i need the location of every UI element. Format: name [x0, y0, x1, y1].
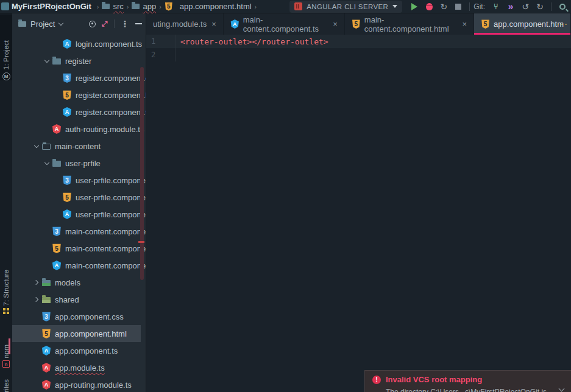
project-panel-header: Project ⤡ ⋮	[12, 13, 146, 34]
git-branch-icon: ⑂	[494, 2, 498, 11]
stripe-button-structure[interactable]: 7: Structure	[0, 252, 12, 315]
git-push-button[interactable]: »	[503, 1, 518, 12]
collapse-all-icon[interactable]: ⤡	[101, 21, 109, 27]
project-view-selector[interactable]: Project	[30, 19, 55, 29]
git-branches-button[interactable]: ⑂	[489, 1, 503, 12]
search-icon	[559, 4, 566, 10]
tree-item[interactable]: 5 main-content.component.html	[12, 240, 141, 257]
stripe-button-npm[interactable]: npm n	[0, 338, 12, 368]
vcs-rollback-icon: ↺	[522, 2, 529, 11]
tree-twisty-icon[interactable]	[31, 298, 41, 301]
rerun-button[interactable]: ↻	[436, 1, 451, 12]
editor-tab[interactable]: uting.module.ts ×	[146, 13, 224, 35]
folder-icon	[52, 158, 62, 168]
tree-item[interactable]: 3 register.component.css	[12, 69, 141, 86]
tree-item[interactable]: shared	[12, 291, 141, 308]
error-stripe-mark	[138, 241, 144, 243]
tree-twisty-icon[interactable]	[41, 60, 52, 62]
tree-item[interactable]: A app.component.ts	[12, 342, 141, 359]
stop-button[interactable]	[451, 1, 466, 12]
tree-item[interactable]: 3 app.component.css	[12, 308, 141, 325]
breadcrumb-project-name[interactable]: MyFirstPRojectOnGit	[12, 2, 91, 11]
editor-tab-bar: uting.module.ts × A main-content.compone…	[146, 13, 571, 35]
hide-panel-icon[interactable]	[135, 23, 142, 24]
tree-item[interactable]: models	[12, 274, 141, 291]
editor-tab[interactable]: 5 main-content.component.html ×	[345, 13, 474, 35]
breadcrumb-file[interactable]: 5 app.component.html	[165, 2, 252, 11]
tree-item[interactable]: A app-routing.module.ts	[12, 376, 141, 392]
project-tool-icon: M	[2, 72, 10, 80]
ide-window: MyFirstPRojectOnGit › src › app › 5 app.…	[0, 0, 571, 392]
tree-item[interactable]: A main-content.component.ts	[12, 257, 141, 274]
folder-icon	[102, 4, 110, 9]
vcs-rollback-button[interactable]: ↺	[518, 1, 533, 12]
search-everywhere-button[interactable]	[555, 1, 570, 12]
tree-item[interactable]: 3 main-content.component.css	[12, 223, 141, 240]
chevron-down-icon	[392, 5, 397, 8]
run-configuration-select[interactable]: ANGULAR CLI SERVER	[289, 1, 402, 13]
overflow-tabs-icon[interactable]: ···	[557, 13, 569, 35]
html5-icon: 5	[62, 192, 72, 202]
kebab-menu-icon[interactable]: ⋮	[121, 19, 129, 29]
tree-item[interactable]: main-content	[12, 138, 141, 155]
code-editor[interactable]: 1<router-outlet></router-outlet>2	[146, 35, 571, 392]
run-button[interactable]	[407, 1, 422, 12]
tree-item[interactable]: A register.component.ts	[12, 103, 141, 121]
angular-icon: A	[62, 107, 72, 117]
locate-file-icon[interactable]	[89, 21, 96, 27]
angular-icon: A	[230, 19, 239, 29]
toolbar-divider	[114, 19, 115, 28]
editor-line[interactable]: 1<router-outlet></router-outlet>	[146, 35, 571, 48]
tree-item[interactable]: 3 user-prfile.component.css	[12, 172, 141, 189]
tree-item[interactable]: 5 register.component.html	[12, 86, 141, 103]
html5-icon: 5	[165, 2, 173, 11]
tree-twisty-icon[interactable]	[31, 281, 41, 284]
close-tab-icon[interactable]: ×	[211, 19, 216, 29]
window-icon	[1, 2, 9, 10]
folder-icon	[52, 56, 62, 66]
breadcrumb-app[interactable]: app	[132, 2, 156, 11]
panel-scrollbar-thumb[interactable]	[140, 67, 144, 280]
tree-item[interactable]: A user-prfile.component.ts	[12, 206, 141, 223]
editor-tab[interactable]: A main-content.component.ts ×	[224, 13, 345, 35]
code-text: <router-outlet></router-outlet>	[176, 37, 571, 46]
breadcrumb-separator: ›	[255, 3, 257, 10]
editor-line[interactable]: 2	[146, 48, 571, 61]
breadcrumb-separator: ›	[97, 3, 99, 10]
tree-item[interactable]: A auth-routing.module.ts	[12, 121, 141, 138]
html5-icon: 5	[352, 19, 361, 29]
stripe-button-project[interactable]: 1: Project M	[0, 15, 12, 80]
tree-item[interactable]: 5 user-prfile.component.html	[12, 189, 141, 206]
close-tab-icon[interactable]: ×	[463, 19, 467, 29]
vcs-error-notification[interactable]: ! Invalid VCS root mapping The directory…	[364, 370, 571, 392]
tool-window-stripe: 1: Project M 7: Structure npm n Favorite…	[0, 13, 12, 392]
npm-icon: n	[2, 360, 10, 368]
angular-icon: A	[41, 380, 51, 390]
tree-item[interactable]: A app.module.ts	[12, 359, 141, 376]
css3-icon: 3	[62, 73, 72, 83]
html5-icon: 5	[62, 90, 72, 100]
tree-item[interactable]: user-prfile	[12, 155, 141, 172]
angular-icon: A	[52, 261, 62, 270]
project-panel: Project ⤡ ⋮ A login.component.ts registe…	[12, 13, 146, 392]
css3-icon: 3	[52, 226, 62, 236]
stripe-button-favorites[interactable]: Favorites	[0, 371, 12, 392]
stripe-drop-indicator	[9, 338, 10, 354]
angular-icon: A	[41, 363, 51, 373]
title-bar: MyFirstPRojectOnGit › src › app › 5 app.…	[0, 0, 571, 13]
breadcrumb-src[interactable]: src	[102, 2, 123, 11]
tree-twisty-icon[interactable]	[31, 145, 41, 147]
tree-item[interactable]: 5 app.component.html	[12, 325, 141, 342]
tree-twisty-icon[interactable]	[41, 162, 52, 164]
breadcrumb-separator: ›	[159, 3, 161, 10]
rerun-icon: ↻	[440, 2, 447, 11]
close-tab-icon[interactable]: ×	[333, 19, 338, 29]
chevron-down-icon	[59, 21, 63, 26]
bug-icon	[426, 3, 433, 10]
debug-button[interactable]	[422, 1, 436, 12]
tree-item[interactable]: A login.component.ts	[12, 35, 141, 52]
css3-icon: 3	[41, 312, 51, 321]
line-number: 1	[146, 35, 176, 48]
tree-item[interactable]: register	[12, 52, 141, 69]
vcs-update-button[interactable]: ↻	[533, 1, 547, 12]
